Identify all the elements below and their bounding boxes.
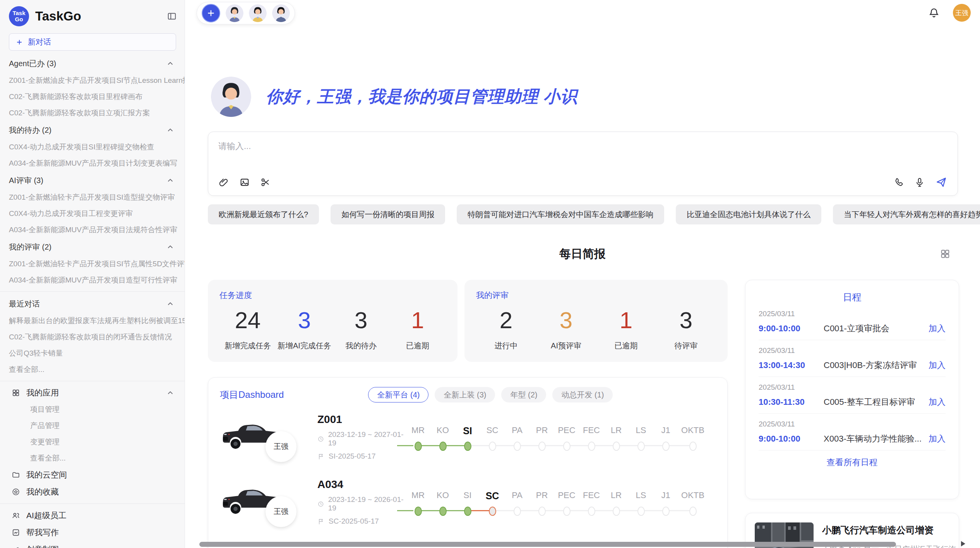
join-link[interactable]: 加入 [929, 360, 946, 371]
star-badge-icon [12, 488, 20, 496]
section-my-review[interactable]: 我的评审 (2) [0, 238, 185, 256]
scroll-right-arrow[interactable] [961, 541, 965, 546]
tab-powertrain[interactable]: 动总开发 (1) [552, 387, 613, 402]
sidebar-item-creative-draw[interactable]: 创意制图 [0, 541, 185, 548]
list-item[interactable]: 解释最新出台的欧盟报废车法规再生塑料比例被调至15%... [0, 313, 185, 329]
chevron-up-icon[interactable] [166, 243, 175, 251]
image-upload-icon[interactable] [239, 177, 250, 188]
sidebar-item-cloud-space[interactable]: 我的云空间 [0, 466, 185, 483]
stat: 1 已逾期 [596, 307, 656, 351]
sidebar-item-change-mgmt[interactable]: 变更管理 [0, 434, 185, 450]
section-title: 我的评审 (2) [9, 242, 51, 252]
divider [0, 291, 185, 292]
chat-input[interactable]: 请输入... [208, 132, 958, 196]
section-my-todo[interactable]: 我的待办 (2) [0, 121, 185, 139]
list-item[interactable]: A034-全新新能源MUV产品开发项目法规符合性评审 [0, 222, 185, 238]
milestone-dot [439, 442, 447, 451]
avatar[interactable] [249, 4, 267, 22]
list-item[interactable]: Z001-全新燃油轻卡产品开发项目SI造型提交物评审 [0, 189, 185, 206]
section-title: 最近对话 [9, 299, 40, 309]
briefing-layout-icon[interactable] [940, 248, 951, 259]
write-icon [12, 528, 20, 537]
join-link[interactable]: 加入 [929, 433, 946, 445]
chevron-up-icon[interactable] [166, 126, 175, 134]
new-chat-button[interactable]: 新对话 [9, 33, 176, 51]
event-name: C003|H0B-方案冻结评审 [824, 360, 929, 371]
chevron-up-icon[interactable] [166, 59, 175, 68]
microphone-icon[interactable] [914, 177, 925, 188]
voice-call-icon[interactable] [893, 177, 904, 188]
snippet-scissors-icon[interactable] [260, 177, 271, 188]
list-item[interactable]: C02-飞腾新能源轻客改款项目里程碑画布 [0, 89, 185, 105]
list-item[interactable]: Z001-全新燃油轻卡产品开发项目SI节点属性5D文件评审 [0, 256, 185, 272]
sidebar-item-ai-employee[interactable]: AI超级员工 [0, 507, 185, 524]
view-all-schedule-link[interactable]: 查看所有日程 [759, 457, 946, 468]
project-row[interactable]: 王强 A034 2023-12-19 ~ 2026-01-19 SC-2025-… [220, 471, 716, 533]
milestone-dot [662, 442, 670, 451]
list-item[interactable]: A034-全新新能源MUV产品开发项目计划变更表编写 [0, 155, 185, 171]
suggestion-chip[interactable]: 比亚迪全固态电池计划具体说了什么 [676, 204, 821, 224]
milestone-label: OKTB [678, 490, 708, 503]
my-review-card: 我的评审 2 进行中 3 AI预评审 1 已逾期 3 [464, 280, 728, 362]
view-all-apps[interactable]: 查看全部... [0, 450, 185, 466]
avatar[interactable] [226, 4, 243, 22]
chevron-up-icon[interactable] [166, 300, 175, 308]
list-item[interactable]: 公司Q3轻卡销量 [0, 345, 185, 361]
card-title: 任务进度 [219, 290, 446, 301]
sidebar-item-label: 我的云空间 [26, 469, 67, 480]
milestone-dot [464, 507, 471, 516]
suggestion-chip[interactable]: 当下年轻人对汽车外观有怎样的喜好趋势 [833, 204, 980, 224]
sidebar-item-my-apps[interactable]: 我的应用 [0, 384, 185, 401]
avatar[interactable] [272, 4, 290, 22]
stat-label: 待评审 [656, 341, 716, 351]
list-item[interactable]: Z001-全新燃油皮卡产品开发项目SI节点Lesson Learn报告 [0, 72, 185, 89]
section-agent-done[interactable]: Agent已办 (3) [0, 55, 185, 72]
tab-year-model[interactable]: 年型 (2) [501, 387, 546, 402]
list-item[interactable]: C0X4-动力总成开发项目工程变更评审 [0, 206, 185, 222]
project-dates: 2023-12-19 ~ 2027-01-19 [328, 430, 406, 447]
join-link[interactable]: 加入 [929, 396, 946, 408]
plus-icon [206, 8, 216, 18]
notification-bell-icon[interactable] [928, 7, 940, 19]
list-item[interactable]: A034-全新新能源MUV产品开发项目造型可行性评审 [0, 272, 185, 288]
milestone-dot [588, 507, 595, 516]
send-icon[interactable] [935, 176, 947, 188]
stat-value: 3 [276, 307, 332, 334]
suggestion-chip[interactable]: 欧洲新规最近颁布了什么? [208, 204, 319, 224]
suggestion-chip[interactable]: 如何写一份清晰的项目周报 [331, 204, 445, 224]
collapse-sidebar-icon[interactable] [167, 11, 177, 21]
chevron-up-icon[interactable] [166, 389, 175, 397]
join-link[interactable]: 加入 [929, 323, 946, 334]
stat: 3 我的待办 [333, 307, 389, 351]
add-session-button[interactable] [202, 4, 220, 22]
stat-label: 进行中 [476, 341, 536, 351]
event-time: 9:00-10:00 [759, 434, 824, 444]
event-date: 2025/03/11 [759, 310, 946, 318]
project-dates: 2023-12-19 ~ 2026-01-19 [328, 495, 406, 512]
milestone-label: PA [505, 490, 529, 503]
list-item[interactable]: C02-飞腾新能源轻客改款项目的闭环通告反馈情况 [0, 329, 185, 345]
tab-new-body[interactable]: 全新上装 (3) [435, 387, 495, 402]
user-avatar[interactable]: 王强 [953, 4, 971, 22]
main-area: 王强 你好，王强，我是你的项目管理助理 小识 请输入... 欧洲新规最近颁布了什… [185, 0, 980, 548]
suggestion-chip[interactable]: 特朗普可能对进口汽车增税会对中国车企造成哪些影响 [457, 204, 664, 224]
stat: 2 进行中 [476, 307, 536, 351]
tab-new-platform[interactable]: 全新平台 (4) [368, 387, 428, 402]
chevron-up-icon[interactable] [166, 176, 175, 185]
sidebar-item-help-write[interactable]: 帮我写作 [0, 524, 185, 541]
milestone-dot [514, 442, 521, 451]
list-item[interactable]: C0X4-动力总成开发项目SI里程碑提交物检查 [0, 139, 185, 155]
section-ai-review[interactable]: AI评审 (3) [0, 171, 185, 189]
attachment-icon[interactable] [218, 177, 229, 188]
horizontal-scrollbar[interactable] [199, 542, 896, 547]
sidebar-item-product-mgmt[interactable]: 产品管理 [0, 418, 185, 434]
project-row[interactable]: 王强 Z001 2023-12-19 ~ 2027-01-19 SI-2025-… [220, 406, 716, 468]
view-all-chats[interactable]: 查看全部... [0, 361, 185, 378]
sidebar-item-label: 帮我写作 [26, 527, 59, 538]
sidebar-item-project-mgmt[interactable]: 项目管理 [0, 401, 185, 418]
schedule-card: 日程 2025/03/11 9:00-10:00 C001-立项审批会 加入 2… [745, 280, 959, 499]
sidebar-item-favorites[interactable]: 我的收藏 [0, 483, 185, 500]
section-recent-chats[interactable]: 最近对话 [0, 295, 185, 313]
list-item[interactable]: C02-飞腾新能源轻客改款项目立项汇报方案 [0, 105, 185, 121]
milestone-label: PA [505, 425, 529, 438]
